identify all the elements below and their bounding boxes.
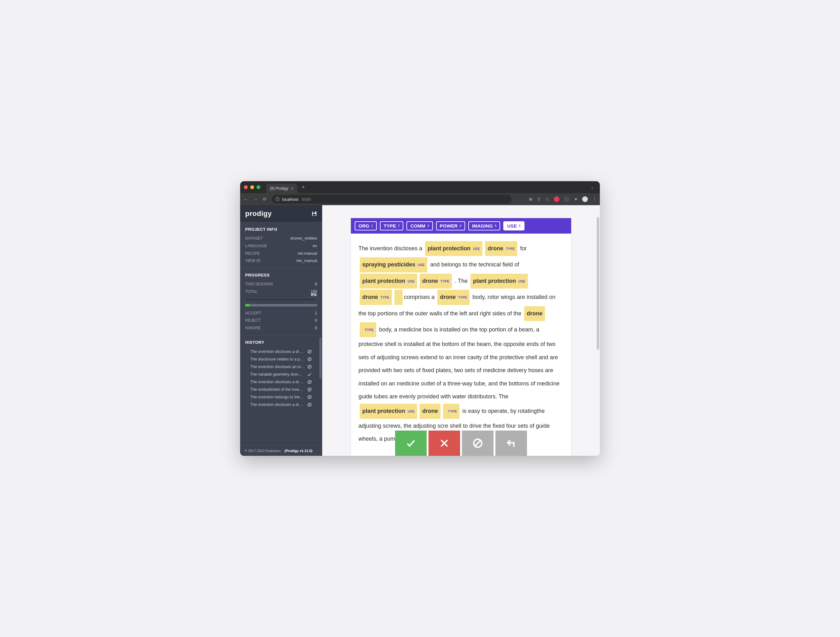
extensions-menu-icon[interactable]: ✦ [574,197,578,202]
label-comm[interactable]: COMM3 [406,221,433,231]
text-token[interactable]: body, a medicine box is installed on the… [358,326,559,400]
label-name: TYPE [384,223,396,229]
main-panel: ORG1TYPE2COMM3POWER4IMAGING5USE6 The inv… [322,205,600,456]
maximize-window-button[interactable] [257,185,261,189]
zoom-icon[interactable]: ⊕ [529,197,533,202]
save-icon[interactable] [311,211,317,217]
undo-button[interactable] [496,431,527,456]
history-item[interactable]: The invention discloses a dr… [245,401,317,408]
entity-span[interactable]: plant protectionUSE [360,404,417,419]
entity-span[interactable]: drone [420,404,441,419]
history-item[interactable]: The disclosure relates to a p… [245,356,317,363]
entity-tag: USE [518,280,526,283]
profile-avatar[interactable] [582,196,588,202]
svg-rect-1 [313,212,315,213]
entity-tag: USE [473,247,480,251]
ignore-icon [307,402,312,407]
progress-stat-row: ACCEPT1 [245,310,317,317]
entity-span[interactable]: drone [524,306,545,321]
extension-icon-2[interactable] [564,196,570,202]
label-imaging[interactable]: IMAGING5 [468,221,500,231]
progress-stat-value: 1 [315,310,317,317]
entity-span[interactable]: TYPE [443,404,459,419]
forward-button[interactable]: → [253,197,258,202]
reject-button[interactable] [428,431,460,456]
ignore-button[interactable] [462,431,494,456]
address-bar: ← → ⟳ ⓘ localhost:8080 ⊕ ⇪ ☆ ✦ ⋮ [240,193,600,205]
extension-icon-1[interactable] [554,196,559,202]
history-item-text: The disclosure relates to a p… [250,357,304,362]
history-item[interactable]: The embodiment of the inve… [245,386,317,393]
entity-tag: TYPE [448,410,457,413]
share-icon[interactable]: ⇪ [537,197,541,202]
label-shortcut: 2 [398,224,400,228]
accept-button[interactable] [395,431,426,456]
svg-line-12 [308,388,311,391]
browser-menu-icon[interactable]: ⋮ [592,197,597,202]
label-power[interactable]: POWER4 [436,221,465,231]
entity-span[interactable]: plant protectionUSE [425,241,483,256]
progress-stat-value: 8 [315,324,317,332]
project-info-row: VIEW IDner_manual [245,257,317,265]
browser-tab[interactable]: (9) Prodigy × [266,184,297,193]
label-org[interactable]: ORG1 [355,221,377,231]
entity-tag: USE [408,280,415,283]
progress-bar-session [245,304,317,307]
history-item[interactable]: The invention discloses an in… [245,363,317,371]
progress-row: TOTAL159 [245,288,317,296]
project-info-key: RECIPE [245,250,260,258]
progress-row: THIS SESSION9 [245,281,317,288]
label-name: POWER [440,223,458,229]
entity-span[interactable]: droneTYPE [437,290,469,305]
tabs-overflow-icon[interactable]: ⌄ [591,185,596,190]
annotation-text[interactable]: The invention discloses a plant protecti… [351,234,571,456]
new-tab-button[interactable]: + [302,184,305,191]
history-item[interactable]: The invention discloses a dr… [245,348,317,356]
sidebar: prodigy PROJECT INFO DATASETdrones_entit… [240,205,322,456]
entity-span[interactable]: plant protectionUSE [360,273,417,289]
back-button[interactable]: ← [243,197,248,202]
bookmark-icon[interactable]: ☆ [545,197,549,202]
progress-stat-key: REJECT [245,317,261,324]
reload-button[interactable]: ⟳ [262,197,267,202]
url-field[interactable]: ⓘ localhost:8080 [272,195,512,204]
text-token[interactable]: comprises a [404,293,436,301]
project-info-title: PROJECT INFO [245,227,317,232]
annotation-card: ORG1TYPE2COMM3POWER4IMAGING5USE6 The inv… [351,218,572,456]
brand-logo: prodigy [245,210,272,218]
sidebar-scrollbar[interactable] [319,337,322,378]
text-token[interactable]: and belongs to the technical field of [428,261,519,268]
entity-span[interactable]: plant protectionUSE [471,273,528,289]
history-item[interactable]: The invention discloses a dr… [245,378,317,386]
entity-span[interactable]: TYPE [360,322,376,337]
label-type[interactable]: TYPE2 [380,221,404,231]
text-token[interactable]: for [518,245,527,252]
minimize-window-button[interactable] [250,185,254,189]
check-icon [307,372,312,377]
history-item[interactable]: The invention belongs to the… [245,393,317,401]
label-use[interactable]: USE6 [503,221,524,231]
entity-span[interactable] [395,290,403,305]
progress-stat-row: REJECT0 [245,317,317,324]
close-window-button[interactable] [244,185,248,189]
text-token[interactable]: . The [453,277,469,285]
project-info-row: DATASETdrones_entities [245,235,317,242]
svg-line-20 [475,440,481,446]
text-token[interactable]: The invention discloses a [358,245,424,252]
entity-span[interactable]: droneTYPE [420,273,452,289]
history-item[interactable]: The variable geometry dron… [245,371,317,378]
ignore-icon [307,387,312,392]
history-item-text: The invention belongs to the… [250,395,304,399]
svg-line-4 [308,350,311,353]
entity-span[interactable]: droneTYPE [485,241,517,256]
entity-span[interactable]: spraying pesticidesUSE [360,257,427,272]
history-item-text: The invention discloses an in… [250,365,305,369]
browser-window: (9) Prodigy × + ⌄ ← → ⟳ ⓘ localhost:8080… [240,181,600,456]
site-info-icon[interactable]: ⓘ [275,196,279,202]
close-tab-icon[interactable]: × [291,186,294,191]
main-scrollbar[interactable] [597,217,599,350]
label-name: COMM [410,223,425,229]
progress-bar-total: 0% [245,298,317,301]
entity-span[interactable]: droneTYPE [360,290,392,305]
progress-percent: 0% [311,292,317,297]
